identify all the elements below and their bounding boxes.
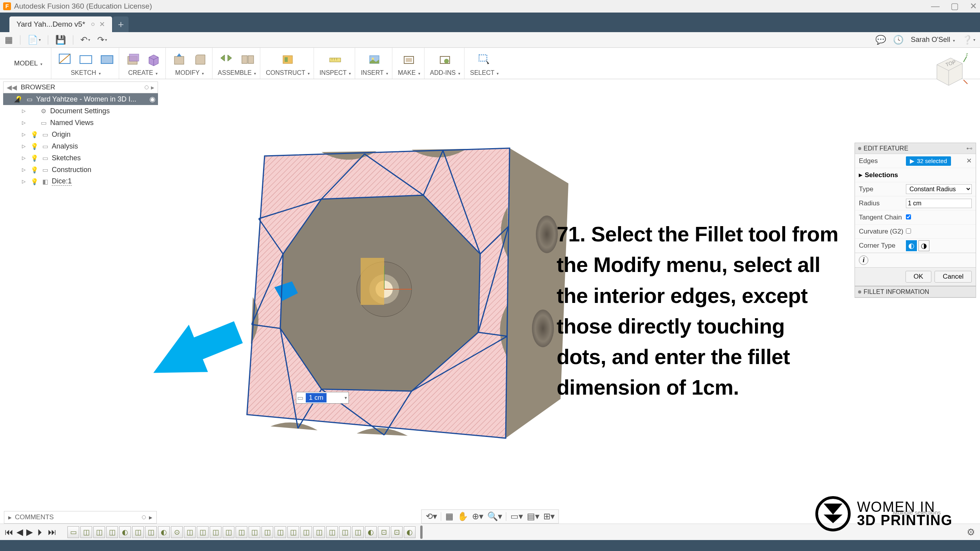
pan-icon[interactable]: ✋ xyxy=(457,511,468,522)
timeline-step[interactable]: ◫ xyxy=(261,526,273,538)
dimension-dropdown-icon[interactable]: ▾ xyxy=(345,395,347,401)
fillet-info-panel[interactable]: FILLET INFORMATION xyxy=(855,286,976,298)
timeline-step[interactable]: ◫ xyxy=(339,526,351,538)
ribbon-label-addins[interactable]: ADD-INS ▾ xyxy=(430,69,460,76)
panel-header[interactable]: EDIT FEATURE⊷ xyxy=(855,143,976,154)
timeline-end-icon[interactable]: ⏭ xyxy=(48,527,56,537)
tree-item[interactable]: ▷💡▭Sketches xyxy=(3,152,158,164)
help-icon[interactable]: ❔▾ xyxy=(962,35,975,45)
ribbon-label-make[interactable]: MAKE ▾ xyxy=(398,69,420,76)
undo-icon[interactable]: ↶▾ xyxy=(80,35,90,45)
sketch-circle-icon[interactable] xyxy=(99,52,115,67)
new-tab-button[interactable]: + xyxy=(113,16,129,32)
data-panel-icon[interactable]: ▦ xyxy=(5,35,13,45)
timeline-step[interactable]: ◫ xyxy=(184,526,196,538)
tree-item[interactable]: ▷💡◧Dice:1 xyxy=(3,176,158,187)
timeline-step[interactable]: ◫ xyxy=(300,526,312,538)
ok-button[interactable]: OK xyxy=(906,271,932,283)
timeline-marker[interactable] xyxy=(420,526,423,539)
job-status-icon[interactable]: 🕓 xyxy=(893,35,904,45)
timeline-step[interactable]: ◫ xyxy=(287,526,299,538)
timeline-settings-icon[interactable]: ⚙ xyxy=(967,527,975,538)
timeline-step[interactable]: ⊡ xyxy=(378,526,390,538)
viewcube[interactable]: TOP z xyxy=(929,51,968,90)
info-icon[interactable]: i xyxy=(859,256,868,265)
extensions-icon[interactable]: 💬 xyxy=(875,35,886,45)
browser-expand-icon[interactable]: ▸ xyxy=(151,83,154,92)
measure-icon[interactable] xyxy=(327,52,343,67)
timeline-step[interactable]: ◐ xyxy=(119,526,131,538)
tangent-checkbox[interactable] xyxy=(906,214,911,219)
select-icon[interactable] xyxy=(477,52,492,67)
save-icon[interactable]: 💾 xyxy=(55,35,66,45)
grid-icon[interactable]: ▤▾ xyxy=(527,511,539,522)
ribbon-label-assemble[interactable]: ASSEMBLE ▾ xyxy=(218,69,256,76)
tab-close-button[interactable]: ✕ xyxy=(99,20,105,29)
timeline-step[interactable]: ▭ xyxy=(67,526,79,538)
redo-icon[interactable]: ↷▾ xyxy=(97,35,107,45)
timeline-step[interactable]: ◫ xyxy=(249,526,260,538)
dimension-value[interactable]: 1 cm xyxy=(306,393,327,402)
selections-expander[interactable]: ▸Selections xyxy=(855,168,976,182)
ribbon-label-construct[interactable]: CONSTRUCT ▾ xyxy=(266,69,310,76)
timeline-step[interactable]: ◫ xyxy=(145,526,157,538)
close-button[interactable]: ✕ xyxy=(970,1,977,11)
tree-item[interactable]: ▷💡▭Analysis xyxy=(3,140,158,152)
timeline-step[interactable]: ◫ xyxy=(313,526,325,538)
press-pull-icon[interactable] xyxy=(171,52,187,67)
clear-selection-button[interactable]: ✕ xyxy=(966,157,972,165)
ribbon-label-insert[interactable]: INSERT ▾ xyxy=(361,69,388,76)
ribbon-label-inspect[interactable]: INSPECT ▾ xyxy=(319,69,351,76)
tree-item[interactable]: ▷⚙Document Settings xyxy=(3,105,158,117)
dimension-inline-input[interactable]: ▭ 1 cm ▾ xyxy=(296,392,349,404)
assemble-icon[interactable] xyxy=(240,52,255,67)
curvature-checkbox[interactable] xyxy=(906,228,911,234)
timeline-step[interactable]: ◐ xyxy=(158,526,170,538)
user-menu[interactable]: Sarah O'Sell ▾ xyxy=(911,36,955,44)
fillet-icon[interactable] xyxy=(192,52,208,67)
zoom-icon[interactable]: ⊕▾ xyxy=(472,511,483,522)
timeline-play-icon[interactable]: ▶ xyxy=(26,527,33,537)
timeline-step[interactable]: ◫ xyxy=(80,526,92,538)
box-icon[interactable] xyxy=(146,52,162,67)
ribbon-label-create[interactable]: CREATE ▾ xyxy=(128,69,158,76)
orbit-icon[interactable]: ⟲▾ xyxy=(426,511,437,522)
document-tab[interactable]: Yard Yah...Demo v5* ✕ xyxy=(9,16,112,32)
tree-item[interactable]: ▷💡▭Origin xyxy=(3,129,158,140)
tree-root[interactable]: ◢ 💡▭ Yard Yahtzee - Women in 3D I... ◉ xyxy=(3,93,158,105)
type-select[interactable]: Constant Radius xyxy=(906,184,972,194)
pin-icon[interactable]: ⊷ xyxy=(966,145,973,152)
construct-plane-icon[interactable] xyxy=(280,52,296,67)
make-icon[interactable] xyxy=(401,52,417,67)
joint-icon[interactable] xyxy=(218,52,234,67)
timeline-step[interactable]: ◫ xyxy=(352,526,364,538)
maximize-button[interactable]: ▢ xyxy=(951,1,959,11)
timeline-step[interactable]: ◫ xyxy=(210,526,221,538)
fit-icon[interactable]: 🔍▾ xyxy=(487,511,502,522)
timeline-step[interactable]: ◐ xyxy=(404,526,416,538)
timeline-step[interactable]: ◫ xyxy=(106,526,118,538)
insert-icon[interactable] xyxy=(367,52,382,67)
viewport-icon[interactable]: ⊞▾ xyxy=(543,511,555,522)
browser-header[interactable]: ◀◀ BROWSER ▸ xyxy=(3,82,158,93)
ribbon-label-modify[interactable]: MODIFY ▾ xyxy=(175,69,204,76)
look-at-icon[interactable]: ▦ xyxy=(445,511,454,522)
timeline-step[interactable]: ◫ xyxy=(326,526,338,538)
timeline-fwd-icon[interactable]: ⏵ xyxy=(36,527,45,537)
tree-item[interactable]: ▷▭Named Views xyxy=(3,117,158,129)
browser-options-icon[interactable] xyxy=(145,85,149,89)
timeline-back-icon[interactable]: ◀ xyxy=(16,527,23,537)
corner-rolling-icon[interactable]: ◐ xyxy=(906,240,917,251)
timeline-start-icon[interactable]: ⏮ xyxy=(5,527,13,537)
file-menu-icon[interactable]: 📄▾ xyxy=(27,35,41,45)
minimize-button[interactable]: — xyxy=(931,1,940,11)
timeline-step[interactable]: ◫ xyxy=(274,526,286,538)
ribbon-label-sketch[interactable]: SKETCH ▾ xyxy=(71,69,100,76)
sketch-line-icon[interactable] xyxy=(57,52,73,67)
model-3d[interactable] xyxy=(192,109,600,469)
edges-selected-badge[interactable]: ▶ 32 selected xyxy=(906,156,951,166)
timeline-step[interactable]: ◫ xyxy=(223,526,234,538)
timeline-step[interactable]: ⊙ xyxy=(171,526,183,538)
timeline-step[interactable]: ◫ xyxy=(197,526,209,538)
timeline-step[interactable]: ◫ xyxy=(93,526,105,538)
